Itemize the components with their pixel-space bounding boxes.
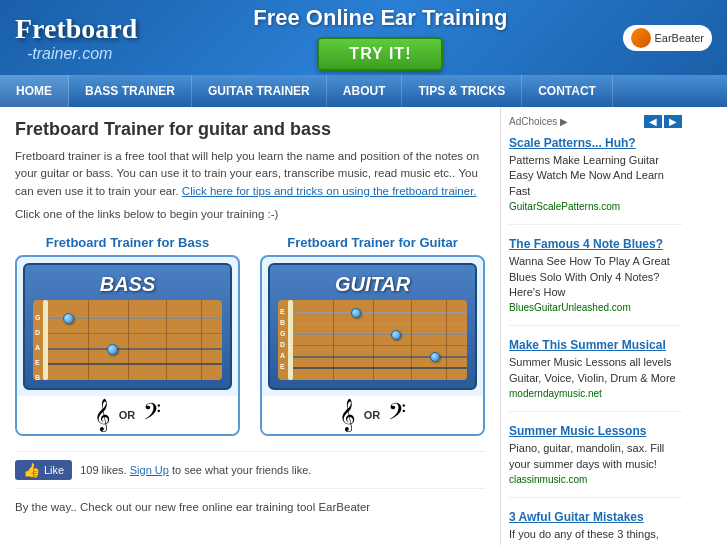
site-header: Fretboard -trainer .com Free Online Ear … <box>0 0 727 75</box>
nav-item-tips-tricks[interactable]: TIPS & TRICKS <box>402 75 522 107</box>
guitar-treble-clef: 𝄞 <box>339 401 356 429</box>
earbeater-label: EarBeater <box>654 32 704 44</box>
main-container: Fretboard Trainer for guitar and bass Fr… <box>0 107 727 545</box>
like-count: 109 likes. Sign Up to see what your frie… <box>80 464 311 476</box>
nav-item-about[interactable]: ABOUT <box>327 75 403 107</box>
ad-4-url[interactable]: classinmusic.com <box>509 474 682 485</box>
guitar-trainer-title: Fretboard Trainer for Guitar <box>260 235 485 250</box>
ad-5-title[interactable]: 3 Awful Guitar Mistakes <box>509 510 682 524</box>
logo-com-text: .com <box>78 45 113 63</box>
footer-note: By the way.. Check out our new free onli… <box>15 501 485 513</box>
bass-trainer-section: Fretboard Trainer for Bass BASS <box>15 235 240 436</box>
ad-3-url[interactable]: moderndaymusic.net <box>509 388 682 399</box>
ad-3-title[interactable]: Make This Summer Musical <box>509 338 682 352</box>
ad-1-text: Patterns Make Learning Guitar Easy Watch… <box>509 153 682 199</box>
nav-item-bass-trainer[interactable]: BASS TRAINER <box>69 75 192 107</box>
bass-bass-clef: 𝄢 <box>143 401 161 429</box>
ad-1-url[interactable]: GuitarScalePatterns.com <box>509 201 682 212</box>
nav-item-contact[interactable]: CONTACT <box>522 75 613 107</box>
bass-or-text: OR <box>119 409 136 421</box>
ad-item-5: 3 Awful Guitar Mistakes If you do any of… <box>509 510 682 545</box>
ad-choices-header: AdChoices ▶ ◀ ▶ <box>509 115 682 128</box>
guitar-note-2 <box>391 330 401 340</box>
earbeater-icon <box>631 28 651 48</box>
ad-2-url[interactable]: BluesGuitarUnleashed.com <box>509 302 682 313</box>
intro-paragraph: Fretboard trainer is a free tool that wi… <box>15 148 485 200</box>
ad-4-title[interactable]: Summer Music Lessons <box>509 424 682 438</box>
bass-trainer-title: Fretboard Trainer for Bass <box>15 235 240 250</box>
bass-trainer-card[interactable]: BASS <box>15 255 240 436</box>
guitar-fretboard: E B G D A E <box>278 300 467 380</box>
ad-item-2: The Famous 4 Note Blues? Wanna See How T… <box>509 237 682 326</box>
social-bar: 👍 Like 109 likes. Sign Up to see what yo… <box>15 451 485 489</box>
tips-tricks-link[interactable]: Click here for tips and tricks on using … <box>182 185 477 197</box>
page-title: Fretboard Trainer for guitar and bass <box>15 119 485 140</box>
sign-up-link[interactable]: Sign Up <box>130 464 169 476</box>
nav-item-home[interactable]: HOME <box>0 75 69 107</box>
ad-item-1: Scale Patterns... Huh? Patterns Make Lea… <box>509 136 682 225</box>
guitar-note-3 <box>430 352 440 362</box>
guitar-label: GUITAR <box>278 273 467 296</box>
bass-treble-clef: 𝄞 <box>94 401 111 429</box>
bass-note-2 <box>107 344 118 355</box>
logo-fretboard: Fretboard <box>15 13 137 45</box>
logo-area: Fretboard -trainer .com <box>15 13 137 63</box>
facebook-like-button[interactable]: 👍 Like <box>15 460 72 480</box>
ad-next-button[interactable]: ▶ <box>664 115 682 128</box>
guitar-bass-clef: 𝄢 <box>388 401 406 429</box>
ad-2-title[interactable]: The Famous 4 Note Blues? <box>509 237 682 251</box>
header-cta: Free Online Ear Training TRY IT! <box>253 5 507 71</box>
try-it-button[interactable]: TRY IT! <box>317 37 443 71</box>
header-right: EarBeater <box>623 25 712 51</box>
guitar-trainer-card[interactable]: GUITAR <box>260 255 485 436</box>
bass-label: BASS <box>33 273 222 296</box>
bass-note-1 <box>63 313 74 324</box>
earbeater-logo: EarBeater <box>623 25 712 51</box>
ad-4-text: Piano, guitar, mandolin, sax. Fill your … <box>509 441 682 472</box>
sidebar: AdChoices ▶ ◀ ▶ Scale Patterns... Huh? P… <box>500 107 690 545</box>
nav-item-guitar-trainer[interactable]: GUITAR TRAINER <box>192 75 327 107</box>
logo-trainer-text: -trainer <box>27 45 78 63</box>
guitar-note-1 <box>351 308 361 318</box>
content-area: Fretboard Trainer for guitar and bass Fr… <box>0 107 500 545</box>
ad-1-title[interactable]: Scale Patterns... Huh? <box>509 136 682 150</box>
ad-prev-button[interactable]: ◀ <box>644 115 662 128</box>
guitar-or-text: OR <box>364 409 381 421</box>
ad-2-text: Wanna See How To Play A Great Blues Solo… <box>509 254 682 300</box>
bass-notation: 𝄞 OR 𝄢 <box>17 396 238 434</box>
main-nav: HOME BASS TRAINER GUITAR TRAINER ABOUT T… <box>0 75 727 107</box>
ad-navigation: ◀ ▶ <box>644 115 682 128</box>
trainers-section: Fretboard Trainer for Bass BASS <box>15 235 485 436</box>
ear-training-title: Free Online Ear Training <box>253 5 507 31</box>
guitar-notation: 𝄞 OR 𝄢 <box>262 396 483 434</box>
ad-5-text: If you do any of these 3 things, you'll … <box>509 527 682 545</box>
ad-3-text: Summer Music Lessons all levels Guitar, … <box>509 355 682 386</box>
guitar-trainer-section: Fretboard Trainer for Guitar GUITAR <box>260 235 485 436</box>
click-prompt: Click one of the links below to begin yo… <box>15 208 485 220</box>
ad-choices-label: AdChoices ▶ <box>509 116 568 127</box>
bass-fretboard: G D A E B <box>33 300 222 380</box>
ad-item-4: Summer Music Lessons Piano, guitar, mand… <box>509 424 682 498</box>
ad-item-3: Make This Summer Musical Summer Music Le… <box>509 338 682 412</box>
